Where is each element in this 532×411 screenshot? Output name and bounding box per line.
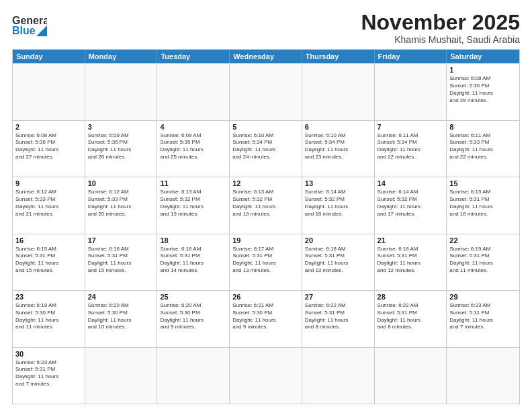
cal-cell-3-3: 19Sunrise: 6:17 AM Sunset: 5:31 PM Dayli… (230, 234, 302, 290)
header-sunday: Sunday (13, 50, 85, 63)
day-number-24: 24 (88, 293, 154, 301)
cal-cell-2-3: 12Sunrise: 6:13 AM Sunset: 5:32 PM Dayli… (230, 177, 302, 233)
cal-cell-2-6: 15Sunrise: 6:15 AM Sunset: 5:31 PM Dayli… (447, 177, 519, 233)
cal-cell-0-4 (302, 64, 375, 120)
day-number-27: 27 (305, 293, 371, 301)
cal-cell-0-5 (375, 64, 447, 120)
cal-cell-5-6 (447, 348, 519, 404)
day-info-23: Sunrise: 6:19 AM Sunset: 5:30 PM Dayligh… (15, 302, 82, 331)
cal-cell-3-6: 22Sunrise: 6:19 AM Sunset: 5:31 PM Dayli… (447, 234, 519, 290)
day-info-26: Sunrise: 6:21 AM Sunset: 5:30 PM Dayligh… (232, 302, 299, 331)
cal-cell-5-2 (157, 348, 230, 404)
day-info-8: Sunrise: 6:11 AM Sunset: 5:33 PM Dayligh… (449, 132, 517, 161)
cal-cell-2-2: 11Sunrise: 6:13 AM Sunset: 5:32 PM Dayli… (157, 177, 230, 233)
cal-cell-3-0: 16Sunrise: 6:15 AM Sunset: 5:31 PM Dayli… (13, 234, 85, 290)
day-number-8: 8 (449, 123, 517, 131)
day-info-7: Sunrise: 6:11 AM Sunset: 5:34 PM Dayligh… (378, 132, 444, 161)
day-number-11: 11 (160, 179, 226, 187)
cal-cell-1-1: 3Sunrise: 6:09 AM Sunset: 5:35 PM Daylig… (85, 121, 158, 177)
cal-cell-2-4: 13Sunrise: 6:14 AM Sunset: 5:32 PM Dayli… (302, 177, 375, 233)
cal-cell-0-0 (13, 64, 85, 120)
day-number-29: 29 (449, 293, 517, 301)
cal-cell-1-5: 7Sunrise: 6:11 AM Sunset: 5:34 PM Daylig… (375, 121, 447, 177)
cal-cell-3-5: 21Sunrise: 6:18 AM Sunset: 5:31 PM Dayli… (375, 234, 447, 290)
calendar: Sunday Monday Tuesday Wednesday Thursday… (12, 49, 520, 404)
cal-cell-4-6: 29Sunrise: 6:23 AM Sunset: 5:31 PM Dayli… (447, 291, 519, 347)
day-number-22: 22 (449, 236, 517, 244)
day-info-11: Sunrise: 6:13 AM Sunset: 5:32 PM Dayligh… (160, 189, 226, 218)
day-info-29: Sunrise: 6:23 AM Sunset: 5:31 PM Dayligh… (449, 302, 517, 331)
day-number-9: 9 (15, 179, 82, 187)
calendar-row-0: 1Sunrise: 6:08 AM Sunset: 5:36 PM Daylig… (13, 63, 519, 120)
day-info-4: Sunrise: 6:09 AM Sunset: 5:35 PM Dayligh… (160, 132, 226, 161)
cal-cell-3-1: 17Sunrise: 6:16 AM Sunset: 5:31 PM Dayli… (85, 234, 158, 290)
day-number-6: 6 (305, 123, 371, 131)
cal-cell-0-3 (230, 64, 302, 120)
cal-cell-3-4: 20Sunrise: 6:18 AM Sunset: 5:31 PM Dayli… (302, 234, 375, 290)
day-info-25: Sunrise: 6:20 AM Sunset: 5:30 PM Dayligh… (160, 302, 226, 331)
day-number-20: 20 (305, 236, 371, 244)
logo: General Blue (12, 11, 47, 39)
day-number-3: 3 (88, 123, 154, 131)
day-number-1: 1 (449, 66, 517, 74)
day-info-27: Sunrise: 6:22 AM Sunset: 5:31 PM Dayligh… (305, 302, 371, 331)
day-number-5: 5 (232, 123, 299, 131)
cal-cell-4-1: 24Sunrise: 6:20 AM Sunset: 5:30 PM Dayli… (85, 291, 158, 347)
calendar-row-1: 2Sunrise: 6:08 AM Sunset: 5:36 PM Daylig… (13, 120, 519, 177)
calendar-row-4: 23Sunrise: 6:19 AM Sunset: 5:30 PM Dayli… (13, 290, 519, 347)
day-number-25: 25 (160, 293, 226, 301)
cal-cell-0-1 (85, 64, 158, 120)
day-number-28: 28 (378, 293, 444, 301)
day-info-1: Sunrise: 6:08 AM Sunset: 5:36 PM Dayligh… (449, 75, 517, 104)
day-info-13: Sunrise: 6:14 AM Sunset: 5:32 PM Dayligh… (305, 189, 371, 218)
day-info-17: Sunrise: 6:16 AM Sunset: 5:31 PM Dayligh… (88, 246, 154, 275)
day-number-2: 2 (15, 123, 82, 131)
day-info-10: Sunrise: 6:12 AM Sunset: 5:33 PM Dayligh… (88, 189, 154, 218)
page-title: November 2025 (361, 11, 520, 34)
day-number-7: 7 (378, 123, 444, 131)
cal-cell-5-1 (85, 348, 158, 404)
cal-cell-4-5: 28Sunrise: 6:22 AM Sunset: 5:31 PM Dayli… (375, 291, 447, 347)
cal-cell-0-6: 1Sunrise: 6:08 AM Sunset: 5:36 PM Daylig… (447, 64, 519, 120)
day-info-18: Sunrise: 6:16 AM Sunset: 5:31 PM Dayligh… (160, 246, 226, 275)
header-saturday: Saturday (447, 50, 519, 63)
day-info-28: Sunrise: 6:22 AM Sunset: 5:31 PM Dayligh… (378, 302, 444, 331)
day-number-12: 12 (232, 179, 299, 187)
day-number-19: 19 (232, 236, 299, 244)
header-monday: Monday (85, 50, 158, 63)
day-number-4: 4 (160, 123, 226, 131)
day-number-30: 30 (15, 350, 82, 358)
page: General Blue November 2025 Khamis Mushai… (0, 0, 532, 411)
cal-cell-1-0: 2Sunrise: 6:08 AM Sunset: 5:36 PM Daylig… (13, 121, 85, 177)
page-subtitle: Khamis Mushait, Saudi Arabia (361, 34, 520, 45)
day-number-15: 15 (449, 179, 517, 187)
cal-cell-4-0: 23Sunrise: 6:19 AM Sunset: 5:30 PM Dayli… (13, 291, 85, 347)
calendar-row-5: 30Sunrise: 6:23 AM Sunset: 5:31 PM Dayli… (13, 347, 519, 404)
day-info-19: Sunrise: 6:17 AM Sunset: 5:31 PM Dayligh… (232, 246, 299, 275)
cal-cell-1-4: 6Sunrise: 6:10 AM Sunset: 5:34 PM Daylig… (302, 121, 375, 177)
day-number-17: 17 (88, 236, 154, 244)
day-number-10: 10 (88, 179, 154, 187)
header-thursday: Thursday (302, 50, 375, 63)
cal-cell-2-1: 10Sunrise: 6:12 AM Sunset: 5:33 PM Dayli… (85, 177, 158, 233)
cal-cell-4-4: 27Sunrise: 6:22 AM Sunset: 5:31 PM Dayli… (302, 291, 375, 347)
day-info-12: Sunrise: 6:13 AM Sunset: 5:32 PM Dayligh… (232, 189, 299, 218)
day-info-14: Sunrise: 6:14 AM Sunset: 5:32 PM Dayligh… (378, 189, 444, 218)
calendar-row-2: 9Sunrise: 6:12 AM Sunset: 5:33 PM Daylig… (13, 177, 519, 233)
cal-cell-2-0: 9Sunrise: 6:12 AM Sunset: 5:33 PM Daylig… (13, 177, 85, 233)
day-number-16: 16 (15, 236, 82, 244)
cal-cell-5-3 (230, 348, 302, 404)
day-info-9: Sunrise: 6:12 AM Sunset: 5:33 PM Dayligh… (15, 189, 82, 218)
header-friday: Friday (375, 50, 447, 63)
cal-cell-0-2 (157, 64, 230, 120)
cal-cell-5-5 (375, 348, 447, 404)
svg-text:Blue: Blue (12, 25, 36, 36)
cal-cell-4-2: 25Sunrise: 6:20 AM Sunset: 5:30 PM Dayli… (157, 291, 230, 347)
day-number-14: 14 (378, 179, 444, 187)
day-info-24: Sunrise: 6:20 AM Sunset: 5:30 PM Dayligh… (88, 302, 154, 331)
calendar-body: 1Sunrise: 6:08 AM Sunset: 5:36 PM Daylig… (13, 63, 519, 404)
cal-cell-5-0: 30Sunrise: 6:23 AM Sunset: 5:31 PM Dayli… (13, 348, 85, 404)
day-info-15: Sunrise: 6:15 AM Sunset: 5:31 PM Dayligh… (449, 189, 517, 218)
day-info-22: Sunrise: 6:19 AM Sunset: 5:31 PM Dayligh… (449, 246, 517, 275)
cal-cell-2-5: 14Sunrise: 6:14 AM Sunset: 5:32 PM Dayli… (375, 177, 447, 233)
